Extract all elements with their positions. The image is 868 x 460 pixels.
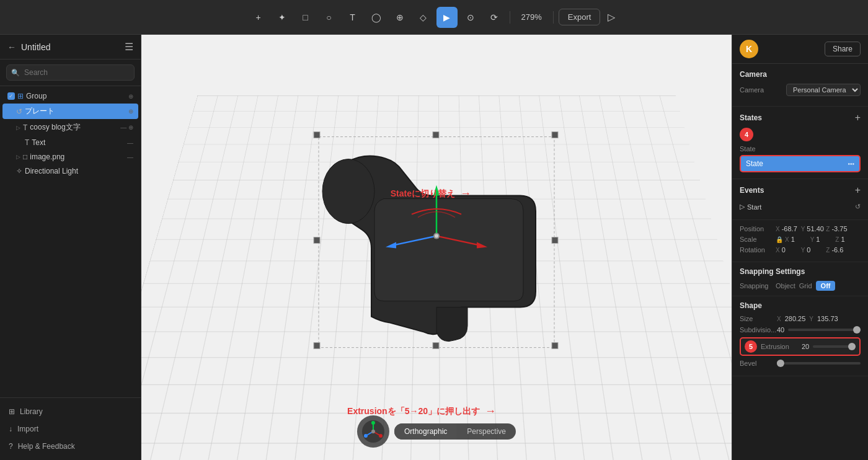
perspective-button[interactable]: Perspective [457,423,516,440]
subdivision-slider[interactable] [788,329,861,331]
layer-item-image[interactable]: ▷ □ image.png — [2,150,138,164]
import-item[interactable]: ↓ Import [0,420,141,438]
right-panel-header: K Share [732,35,868,64]
size-x-val[interactable]: 280.25 [785,315,806,322]
pos-x-val[interactable]: -68.7 [782,225,799,232]
state-annotation-arrow: → [460,187,471,200]
play-button[interactable]: ▷ [603,11,620,23]
layer-item-text[interactable]: T Text — [2,136,138,149]
sidebar-title-row: ← Untitled [7,42,50,52]
image-expand-icon: ▷ [16,154,20,160]
bevel-thumb[interactable] [777,360,784,367]
sidebar-menu-button[interactable]: ☰ [125,41,133,53]
rot-y-val[interactable]: 0 [807,246,824,254]
rot-z-val[interactable]: -6.6 [831,246,849,254]
size-y-axis: Y [809,316,813,322]
layer-list: ✓ ⊞ Group ⊕ ↺ プレート ⊕ ▷ T coosy blog文字 — … [0,86,141,397]
camera-select[interactable]: Personal Camera [786,84,861,96]
help-item[interactable]: ? Help & Feedback [0,438,141,455]
import-label: Import [17,425,38,433]
light-icon: ✧ [16,167,22,175]
svg-rect-7 [314,237,320,244]
text-tool-button[interactable]: T [342,7,363,28]
layer-name-group: Group [26,92,126,100]
layer-actions-plate: ⊕ [128,108,133,115]
path-tool-button[interactable]: ⊕ [389,7,410,28]
states-add-button[interactable]: + [855,113,861,123]
group-icon: ⊞ [17,92,24,100]
extrusion-thumb[interactable] [848,343,856,350]
svg-point-20 [371,421,375,425]
orthographic-button[interactable]: Orthographic [394,423,457,440]
right-panel: K Share Camera Camera Personal Camera St… [732,35,868,460]
layer-item-group[interactable]: ✓ ⊞ Group ⊕ [2,89,138,103]
view-tool-button[interactable]: ⊙ [460,7,481,28]
view-toggle: Orthographic Perspective [394,423,516,440]
diamond-tool-button[interactable]: ◇ [413,7,434,28]
sidebar-footer: ⊞ Library ↓ Import ? Help & Feedback [0,397,141,460]
rot-y-axis: Y [801,247,805,254]
state-annotation: Stateに切り替え → [391,187,471,200]
shape-section: Shape Size X 280.25 Y 135.73 Subdivisio.… [732,296,868,376]
export-button[interactable]: Export [559,9,601,25]
camera-section-title: Camera [740,70,767,79]
help-label: Help & Feedback [18,442,75,451]
sc-x-val[interactable]: 1 [791,236,808,243]
rot-x-val[interactable]: 0 [782,246,799,254]
select-tool-button[interactable]: ✦ [272,7,293,28]
search-box: 🔍 [0,60,141,86]
bevel-field: 0 [777,360,861,367]
layer-item-coosy[interactable]: ▷ T coosy blog文字 — ⊕ [2,120,138,135]
snapping-object: Object [776,282,795,290]
sc-y-val[interactable]: 1 [816,236,833,243]
subdivision-label: Subdivisio... [740,326,777,334]
back-button[interactable]: ← [7,42,16,52]
subdivision-thumb[interactable] [853,326,861,334]
scale-label: Scale [740,236,772,243]
layer-item-light[interactable]: ✧ Directional Light [2,164,138,178]
svg-rect-5 [433,132,439,138]
subdivision-field: 40 [777,326,861,334]
extrusion-val[interactable]: 20 [802,343,809,350]
text-icon: T [25,138,29,147]
zoom-level[interactable]: 279% [515,10,548,24]
events-add-button[interactable]: + [855,185,861,195]
3d-object-svg [275,112,598,373]
snapping-grid: Grid [799,282,812,290]
state-active-item[interactable]: State ••• [740,155,861,172]
3d-object [275,112,598,373]
layer-name-light: Directional Light [25,167,133,175]
bevel-slider[interactable] [784,362,861,365]
subdivision-val[interactable]: 40 [777,326,784,334]
snapping-off-badge[interactable]: Off [816,281,836,291]
search-input[interactable] [6,64,135,81]
extrusion-slider[interactable] [813,345,856,348]
plate-icon: ↺ [16,107,22,116]
svg-rect-1 [314,132,320,138]
bevel-label: Bevel [740,360,777,367]
share-button[interactable]: Share [825,42,861,56]
library-item[interactable]: ⊞ Library [0,403,141,420]
main-layout: ← Untitled ☰ 🔍 ✓ ⊞ Group ⊕ ↺ プレート [0,35,868,460]
pos-z-val[interactable]: -3.75 [831,225,849,232]
pos-y-axis: Y [801,226,805,232]
viewport[interactable]: Stateに切り替え → Extrusionを「5→20」に押し出す → [141,35,732,460]
camera-section-header: Camera [740,70,861,79]
rect-tool-button[interactable]: □ [295,7,316,28]
size-y-val[interactable]: 135.73 [817,315,838,322]
camera-label: Camera [740,86,764,94]
layer-item-plate[interactable]: ↺ プレート ⊕ [2,104,138,119]
pointer-tool-button[interactable]: ▶ [436,7,458,28]
add-tool-button[interactable]: + [248,7,269,28]
sc-z-val[interactable]: 1 [841,236,858,243]
rotate-tool-button[interactable]: ⟳ [484,7,505,28]
ellipse-tool-button[interactable]: ◯ [366,7,387,28]
svg-point-22 [379,434,383,438]
circle-tool-button[interactable]: ○ [319,7,340,28]
coosy-icon: T [23,123,27,132]
event-play-icon: ▷ [740,203,745,211]
axis-widget-svg [361,419,386,444]
snapping-title: Snapping Settings [740,267,805,276]
pos-y-val[interactable]: 51.40 [807,225,824,232]
size-x-axis: X [777,316,781,322]
